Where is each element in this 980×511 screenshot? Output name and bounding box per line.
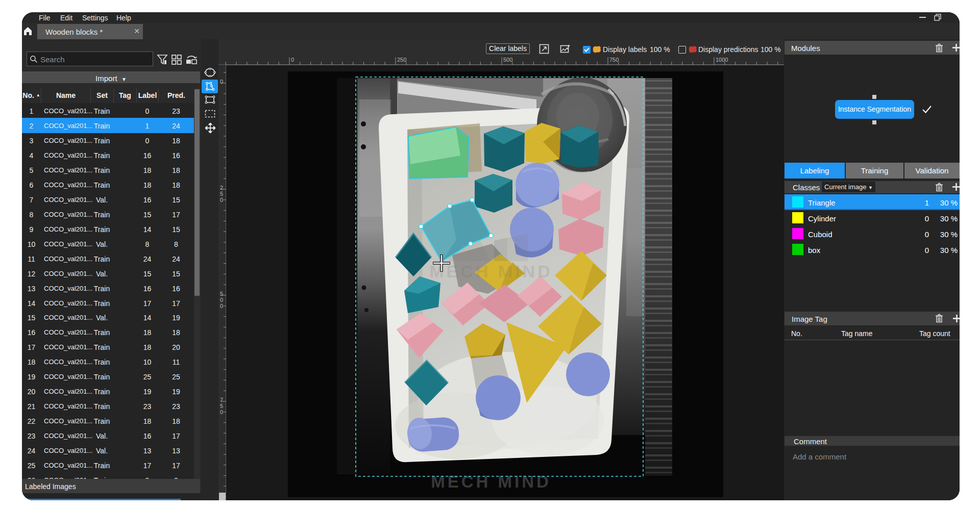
svg-text:0: 0: [291, 57, 294, 63]
svg-text:5: 5: [220, 403, 223, 409]
svg-text:500: 500: [503, 57, 512, 63]
svg-text:0: 0: [220, 303, 223, 309]
svg-text:5: 5: [220, 191, 223, 197]
svg-text:5: 5: [220, 291, 223, 297]
svg-text:0: 0: [220, 297, 223, 303]
svg-text:1000: 1000: [716, 57, 728, 63]
svg-text:0: 0: [220, 197, 223, 203]
svg-text:0: 0: [220, 79, 223, 85]
svg-text:7: 7: [220, 397, 223, 403]
svg-text:2: 2: [220, 185, 223, 191]
svg-text:250: 250: [397, 57, 406, 63]
svg-text:750: 750: [609, 57, 619, 63]
svg-text:MECH MIND: MECH MIND: [431, 472, 551, 491]
svg-text:0: 0: [220, 409, 223, 415]
